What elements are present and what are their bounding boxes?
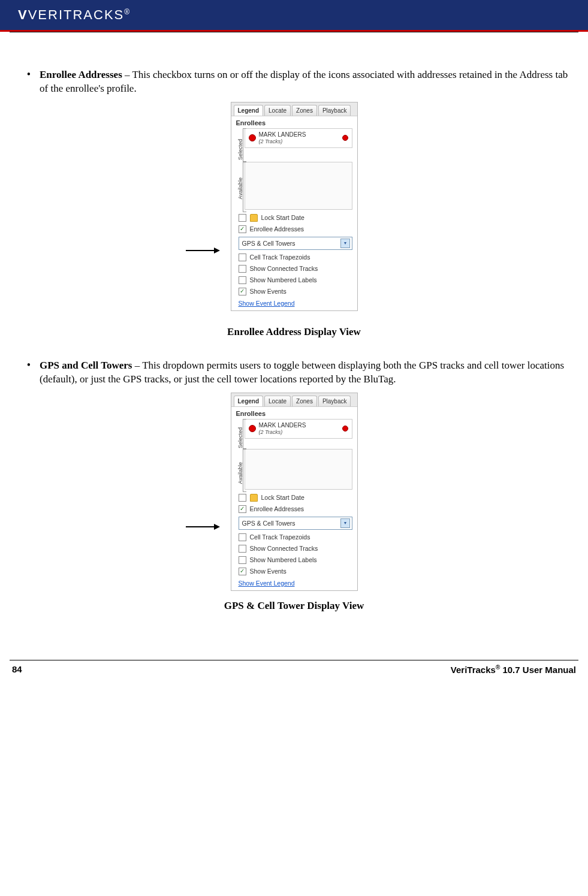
tab-legend[interactable]: Legend bbox=[234, 396, 264, 406]
show-events-row[interactable]: Show Events bbox=[231, 286, 357, 297]
footer-product: VeriTracks bbox=[451, 665, 496, 675]
gps-cell-towers-dropdown[interactable]: GPS & Cell Towers ▾ bbox=[239, 517, 352, 530]
selected-enrollees-box: MARK LANDERS (2 Tracks) bbox=[245, 419, 352, 439]
tab-legend[interactable]: Legend bbox=[234, 105, 264, 116]
chevron-down-icon: ▾ bbox=[340, 239, 350, 248]
page-footer: 84 VeriTracks® 10.7 User Manual bbox=[10, 660, 578, 684]
checkbox-cell-track-trapezoids[interactable] bbox=[239, 254, 246, 261]
tab-locate[interactable]: Locate bbox=[264, 396, 291, 406]
show-numbered-labels-label: Show Numbered Labels bbox=[250, 276, 317, 283]
show-events-label: Show Events bbox=[250, 568, 287, 575]
show-event-legend-link[interactable]: Show Event Legend bbox=[231, 577, 357, 590]
bracket-icon bbox=[243, 419, 246, 449]
enrollee-row[interactable]: MARK LANDERS (2 Tracks) bbox=[245, 420, 352, 438]
lock-icon bbox=[250, 214, 258, 222]
cell-track-trapezoids-row[interactable]: Cell Track Trapezoids bbox=[231, 532, 357, 543]
track-dot-icon bbox=[342, 135, 348, 141]
annotation-arrow bbox=[186, 250, 219, 251]
chevron-down-icon: ▾ bbox=[340, 518, 350, 528]
brand-reg: ® bbox=[124, 8, 131, 16]
checkbox-lock-start-date[interactable] bbox=[239, 494, 246, 502]
tab-locate[interactable]: Locate bbox=[264, 105, 291, 116]
enrollee-name-text: MARK LANDERS bbox=[259, 131, 306, 138]
bullet-enrollee-addresses: • Enrollee Addresses – This checkbox tur… bbox=[18, 68, 570, 96]
tab-zones[interactable]: Zones bbox=[292, 396, 317, 406]
show-connected-tracks-label: Show Connected Tracks bbox=[250, 545, 318, 552]
available-enrollees-box[interactable] bbox=[245, 449, 352, 490]
enrollee-name: MARK LANDERS (2 Tracks) bbox=[259, 422, 306, 436]
figure-gps-cell-tower: Legend Locate Zones Playback Enrollees S… bbox=[18, 393, 570, 591]
footer-tail: 10.7 User Manual bbox=[500, 665, 576, 675]
lock-icon bbox=[250, 494, 258, 502]
show-events-row[interactable]: Show Events bbox=[231, 566, 357, 577]
show-events-label: Show Events bbox=[250, 288, 287, 295]
enrollee-row[interactable]: MARK LANDERS (2 Tracks) bbox=[245, 129, 352, 147]
figure-enrollee-address: Legend Locate Zones Playback Enrollees S… bbox=[18, 102, 570, 311]
checkbox-show-events[interactable] bbox=[239, 288, 246, 295]
status-icon bbox=[249, 134, 256, 141]
enrollee-addresses-row[interactable]: Enrollee Addresses bbox=[231, 224, 357, 235]
footer-title: VeriTracks® 10.7 User Manual bbox=[451, 664, 576, 675]
enrollee-name: MARK LANDERS (2 Tracks) bbox=[259, 131, 306, 145]
bullet-dot: • bbox=[18, 68, 40, 96]
show-connected-tracks-row[interactable]: Show Connected Tracks bbox=[231, 263, 357, 274]
checkbox-enrollee-addresses[interactable] bbox=[239, 505, 246, 513]
bullet-text: GPS and Cell Towers – This dropdown perm… bbox=[40, 359, 570, 387]
bracket-icon bbox=[243, 128, 246, 162]
show-numbered-labels-row[interactable]: Show Numbered Labels bbox=[231, 554, 357, 566]
checkbox-lock-start-date[interactable] bbox=[239, 214, 246, 222]
dropdown-value: GPS & Cell Towers bbox=[242, 240, 295, 247]
bullet-title: Enrollee Addresses bbox=[40, 69, 122, 80]
tab-playback[interactable]: Playback bbox=[318, 396, 351, 406]
panel-tabs: Legend Locate Zones Playback bbox=[231, 393, 357, 407]
checkbox-cell-track-trapezoids[interactable] bbox=[239, 533, 246, 541]
selected-enrollees-box: MARK LANDERS (2 Tracks) bbox=[245, 128, 352, 148]
track-dot-icon bbox=[342, 426, 348, 432]
enrollee-addresses-label: Enrollee Addresses bbox=[250, 505, 304, 512]
enrollee-sub: (2 Tracks) bbox=[259, 138, 283, 144]
enrollee-addresses-row[interactable]: Enrollee Addresses bbox=[231, 503, 357, 515]
enrollees-title: Enrollees bbox=[231, 116, 357, 128]
checkbox-show-connected-tracks[interactable] bbox=[239, 545, 246, 553]
enrollees-title: Enrollees bbox=[231, 407, 357, 419]
checkbox-show-numbered-labels[interactable] bbox=[239, 276, 246, 284]
bullet-text: Enrollee Addresses – This checkbox turns… bbox=[40, 68, 570, 96]
checkbox-enrollee-addresses[interactable] bbox=[239, 225, 246, 233]
show-connected-tracks-label: Show Connected Tracks bbox=[250, 265, 318, 272]
legend-panel: Legend Locate Zones Playback Enrollees S… bbox=[231, 102, 358, 311]
available-enrollees-box[interactable] bbox=[245, 162, 352, 210]
brand-logo: VVERITRACKS® bbox=[18, 7, 131, 23]
show-event-legend-link[interactable]: Show Event Legend bbox=[231, 297, 357, 310]
lock-start-date-label: Lock Start Date bbox=[261, 494, 304, 501]
annotation-arrow bbox=[186, 526, 219, 527]
checkbox-show-connected-tracks[interactable] bbox=[239, 265, 246, 273]
enrollee-addresses-label: Enrollee Addresses bbox=[250, 225, 304, 233]
bracket-icon bbox=[243, 162, 246, 212]
bracket-icon bbox=[243, 449, 246, 492]
cell-track-trapezoids-label: Cell Track Trapezoids bbox=[250, 533, 310, 541]
bullet-dot: • bbox=[18, 359, 40, 387]
show-connected-tracks-row[interactable]: Show Connected Tracks bbox=[231, 543, 357, 554]
lock-start-date-row[interactable]: Lock Start Date bbox=[231, 212, 357, 224]
legend-panel: Legend Locate Zones Playback Enrollees S… bbox=[231, 393, 358, 591]
figure2-caption: GPS & Cell Tower Display View bbox=[18, 600, 570, 612]
lock-start-date-label: Lock Start Date bbox=[261, 214, 304, 221]
show-numbered-labels-label: Show Numbered Labels bbox=[250, 556, 317, 563]
tab-playback[interactable]: Playback bbox=[318, 105, 351, 116]
checkbox-show-numbered-labels[interactable] bbox=[239, 556, 246, 564]
cell-track-trapezoids-label: Cell Track Trapezoids bbox=[250, 254, 310, 261]
page-header: VVERITRACKS® bbox=[0, 0, 588, 32]
page-number: 84 bbox=[12, 664, 22, 675]
lock-start-date-row[interactable]: Lock Start Date bbox=[231, 492, 357, 503]
enrollee-name-text: MARK LANDERS bbox=[259, 422, 306, 429]
show-numbered-labels-row[interactable]: Show Numbered Labels bbox=[231, 274, 357, 286]
bullet-title: GPS and Cell Towers bbox=[40, 360, 132, 371]
tab-zones[interactable]: Zones bbox=[292, 105, 317, 116]
dropdown-value: GPS & Cell Towers bbox=[242, 520, 295, 527]
gps-cell-towers-dropdown[interactable]: GPS & Cell Towers ▾ bbox=[239, 237, 352, 250]
status-icon bbox=[249, 425, 256, 432]
cell-track-trapezoids-row[interactable]: Cell Track Trapezoids bbox=[231, 252, 357, 263]
checkbox-show-events[interactable] bbox=[239, 568, 246, 575]
panel-tabs: Legend Locate Zones Playback bbox=[231, 102, 357, 116]
enrollee-sub: (2 Tracks) bbox=[259, 429, 283, 435]
